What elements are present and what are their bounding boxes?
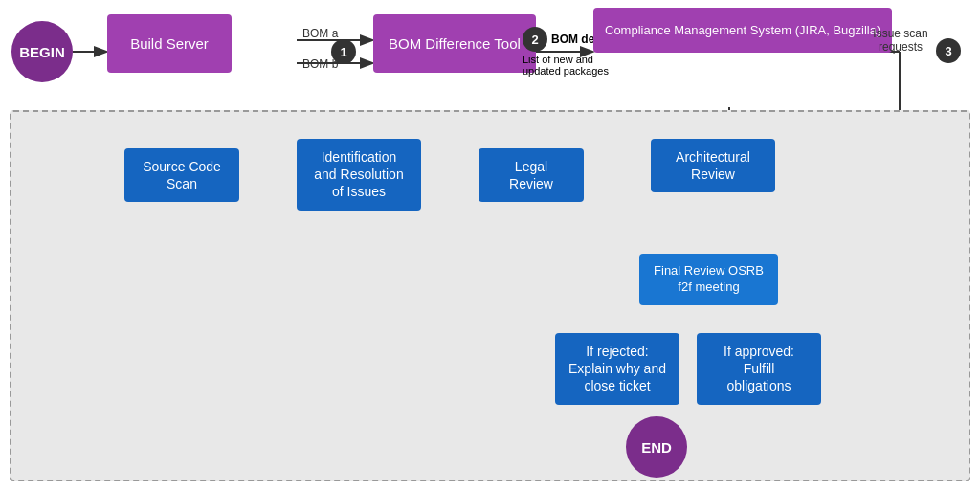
final-review-box: Final Review OSRB f2f meeting: [639, 254, 778, 305]
bom-tool-box: BOM Difference Tool: [373, 14, 536, 73]
bom-b-label: BOM b: [302, 57, 338, 71]
begin-label: BEGIN: [19, 44, 65, 60]
approved-label: If approved: Fulfill obligations: [724, 344, 794, 393]
rejected-label: If rejected: Explain why and close ticke…: [568, 344, 666, 393]
build-server-box: Build Server: [107, 14, 232, 73]
build-server-label: Build Server: [130, 35, 209, 52]
issue-scan-label: Issue scan requests: [873, 27, 927, 54]
list-label: List of new and updated packages: [523, 54, 628, 77]
source-code-box: Source Code Scan: [124, 148, 239, 202]
compliance-label: Compliance Management System (JIRA, Bugz…: [605, 23, 880, 37]
identification-box: Identification and Resolution of Issues: [297, 139, 421, 211]
architectural-box: Architectural Review: [651, 139, 775, 192]
end-circle: END: [626, 416, 687, 478]
architectural-label: Architectural Review: [676, 149, 750, 182]
identification-label: Identification and Resolution of Issues: [314, 149, 403, 199]
source-code-label: Source Code Scan: [143, 159, 221, 191]
issue-scan-section: Issue scan requests: [867, 27, 934, 54]
diagram: BEGIN Build Server BOM a BOM b 1 BOM Dif…: [0, 0, 980, 491]
approved-box: If approved: Fulfill obligations: [697, 333, 821, 405]
end-label: END: [641, 439, 672, 456]
bom-tool-label: BOM Difference Tool: [389, 35, 521, 52]
legal-label: Legal Review: [509, 159, 553, 191]
num-circle-3: 3: [936, 38, 961, 63]
num-circle-1: 1: [331, 39, 356, 64]
bom-a-label: BOM a: [302, 27, 338, 40]
legal-box: Legal Review: [479, 148, 584, 202]
final-review-label: Final Review OSRB f2f meeting: [654, 263, 764, 294]
rejected-box: If rejected: Explain why and close ticke…: [555, 333, 679, 405]
compliance-box: Compliance Management System (JIRA, Bugz…: [593, 8, 892, 53]
begin-circle: BEGIN: [11, 21, 73, 82]
